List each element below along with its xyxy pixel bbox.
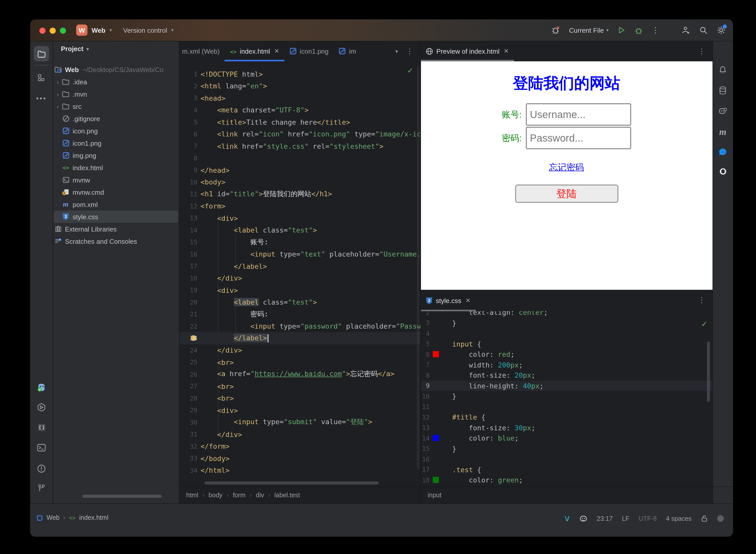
password-input[interactable] <box>526 127 631 149</box>
project-tree-item-icon-png[interactable]: icon.png <box>53 125 179 137</box>
add-user-icon[interactable] <box>681 25 691 35</box>
project-tree-item-pom-xml[interactable]: mpom.xml <box>53 198 179 211</box>
more-vertical-icon[interactable]: ⋮ <box>698 296 705 304</box>
tab-preview[interactable]: Preview of index.html ✕ <box>420 41 514 61</box>
project-tool-button[interactable] <box>34 46 49 61</box>
project-tree-item-mvnw[interactable]: mvnw <box>53 174 179 186</box>
tab-style-css[interactable]: 3 style.css ✕ <box>420 290 476 311</box>
code-line-19[interactable]: 19 <div> <box>179 284 420 296</box>
code-line-5[interactable]: 5 <title>Title change here</title> <box>179 116 420 128</box>
v-logo-icon[interactable]: V <box>564 514 569 523</box>
code-line-2[interactable]: 2<html lang="en"> <box>179 80 420 92</box>
code-line-6[interactable]: 6 color: red; <box>420 349 712 359</box>
color-swatch[interactable] <box>433 351 439 357</box>
debug-button[interactable] <box>634 26 643 35</box>
run-configuration-select[interactable]: Current File▾ <box>569 26 609 34</box>
code-line-6[interactable]: 6 <link rel="icon" href="icon.png" type=… <box>179 128 420 140</box>
chat-bubble-icon[interactable] <box>712 147 733 157</box>
close-icon[interactable]: ✕ <box>465 297 470 304</box>
forgot-password-link[interactable]: 忘记密码 <box>549 163 584 172</box>
vcs-menu[interactable]: Version control <box>123 26 167 34</box>
css-editor[interactable]: 2 text-align: center;3}45input {6 color:… <box>420 311 712 487</box>
code-line-11[interactable]: 11<h1 id="title">登陆我们的网站</h1> <box>179 188 420 200</box>
status-indent[interactable]: 4 spaces <box>666 515 692 522</box>
username-input[interactable] <box>526 103 631 126</box>
code-line-25[interactable]: 25 <br> <box>179 356 420 368</box>
code-line-17[interactable]: 17 </label> <box>179 260 420 272</box>
code-line-31[interactable]: 31 </div> <box>179 428 420 440</box>
code-line-18[interactable]: 18 color: green; <box>420 475 712 485</box>
code-line-14[interactable]: 14 color: blue; <box>420 433 712 443</box>
project-horizontal-scrollbar[interactable] <box>82 495 162 498</box>
project-switcher[interactable]: Web <box>92 26 105 34</box>
breadcrumb[interactable]: html›body›form›div›label.test <box>186 487 300 503</box>
project-tree-item-index-html[interactable]: <>index.html <box>53 162 179 174</box>
breadcrumb-item-html[interactable]: html <box>186 491 198 499</box>
code-line-10[interactable]: 10} <box>420 391 712 401</box>
project-tree-item-web[interactable]: Web~/Desktop/CS/JavaWeb/Co <box>53 63 179 76</box>
project-tree-item-img-png[interactable]: img.png <box>53 149 179 162</box>
chevron-down-icon[interactable]: ▾ <box>395 48 398 54</box>
services-icon[interactable] <box>30 403 53 412</box>
project-tree-item--idea[interactable]: ›.idea <box>53 76 179 88</box>
code-line-10[interactable]: 10<body> <box>179 176 420 188</box>
code-line-3[interactable]: 3} <box>420 318 712 328</box>
project-tree-item-src[interactable]: ›src <box>53 100 179 112</box>
zoom-window-button[interactable] <box>60 27 66 34</box>
more-dots-icon[interactable]: ••• <box>30 94 53 102</box>
inspections-ok-icon[interactable]: ✓ <box>701 320 707 328</box>
editor-vertical-scrollbar[interactable] <box>417 65 419 469</box>
more-vertical-icon[interactable]: ⋮ <box>652 25 659 35</box>
status-line-separator[interactable]: LF <box>622 515 629 522</box>
code-line-12[interactable]: 12#title { <box>420 412 712 423</box>
code-line-5[interactable]: 5input { <box>420 339 712 349</box>
code-line-34[interactable]: 34</html> <box>179 464 420 476</box>
bug-disabled-icon[interactable] <box>551 25 560 35</box>
code-line-32[interactable]: 32</form> <box>179 440 420 452</box>
code-line-4[interactable]: 4 <meta charset="UTF-8"> <box>179 104 420 116</box>
inspection-circle-icon[interactable] <box>717 515 724 522</box>
terminal-icon[interactable] <box>30 443 53 452</box>
project-tree-item-external-libraries[interactable]: External Libraries <box>53 223 179 235</box>
database-icon[interactable] <box>712 86 733 95</box>
chevron-right-icon[interactable]: › <box>54 91 61 97</box>
close-icon[interactable]: ✕ <box>274 48 279 55</box>
search-icon[interactable] <box>699 26 708 35</box>
code-line-1[interactable]: 1<!DOCTYPE html> <box>179 68 420 80</box>
code-line-16[interactable]: 16 <input type="text" placeholder="Usern… <box>179 248 420 260</box>
code-line-33[interactable]: 33</body> <box>179 452 420 464</box>
project-tree-item-icon1-png[interactable]: icon1.png <box>53 137 179 149</box>
code-line-27[interactable]: 27 <br> <box>179 380 420 392</box>
notifications-bell-icon[interactable] <box>712 65 733 75</box>
openai-icon[interactable] <box>712 167 733 176</box>
breadcrumb-item-form[interactable]: form <box>233 491 246 499</box>
editor-horizontal-scrollbar[interactable] <box>205 482 379 485</box>
code-line-14[interactable]: 14 <label class="test"> <box>179 224 420 236</box>
close-window-button[interactable] <box>39 27 46 34</box>
settings-icon[interactable] <box>717 25 726 35</box>
tab-icon1-png[interactable]: icon1.png <box>285 41 334 61</box>
html-editor[interactable]: 1<!DOCTYPE html>2<html lang="en">3<head>… <box>179 61 420 487</box>
code-line-12[interactable]: 12<form> <box>179 200 420 212</box>
code-line-20[interactable]: 20 <label class="test"> <box>179 296 420 308</box>
project-tree-item-mvnw-cmd[interactable]: mvnw.cmd <box>53 186 179 198</box>
code-line-17[interactable]: 17.test { <box>420 464 712 475</box>
run-button[interactable] <box>617 26 625 34</box>
more-vertical-icon[interactable]: ⋮ <box>698 47 705 55</box>
project-panel-title[interactable]: Project <box>61 45 83 53</box>
brackets-icon[interactable] <box>30 423 53 432</box>
code-line-29[interactable]: 29 <div> <box>179 404 420 416</box>
tab-im[interactable]: im <box>334 41 361 61</box>
code-line-9[interactable]: 9 line-height: 40px; <box>420 381 712 391</box>
chevron-right-icon[interactable]: › <box>54 104 61 109</box>
status-file[interactable]: index.html <box>79 514 108 521</box>
code-line-2[interactable]: 2 text-align: center; <box>420 311 712 318</box>
close-icon[interactable]: ✕ <box>504 48 509 55</box>
code-line-13[interactable]: 13 font-size: 30px; <box>420 423 712 433</box>
code-line-8[interactable]: 8 <box>179 152 420 164</box>
git-branch-icon[interactable] <box>30 484 53 493</box>
code-line-3[interactable]: 3<head> <box>179 92 420 104</box>
code-line-26[interactable]: 26 <a href="https://www.baidu.com">忘记密码<… <box>179 368 420 380</box>
tab-m-xml-web-[interactable]: m.xml (Web) <box>179 41 225 61</box>
css-breadcrumb[interactable]: input <box>427 487 442 503</box>
